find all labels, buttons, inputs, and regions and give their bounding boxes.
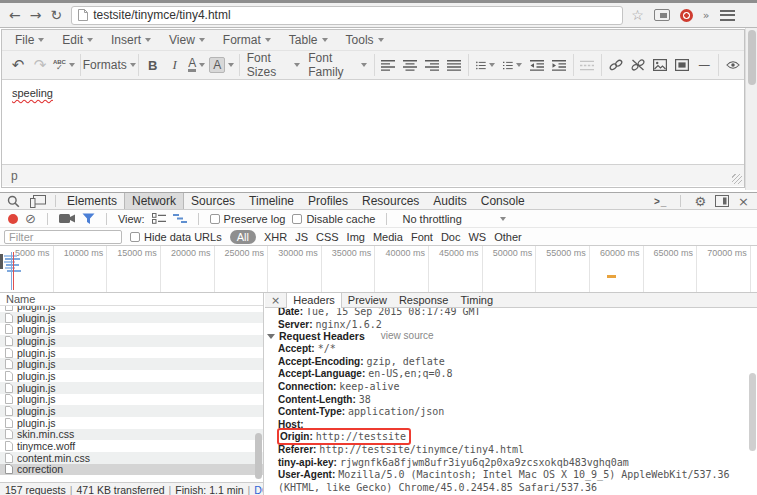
tab-audits[interactable]: Audits xyxy=(426,193,473,209)
request-row[interactable]: plugin.js xyxy=(0,382,263,394)
detail-scrollbar-thumb[interactable] xyxy=(749,373,756,451)
text-color-button[interactable]: A xyxy=(186,53,208,77)
network-overview-timeline[interactable]: 5000 ms 10000 ms 15000 ms 20000 ms 25000… xyxy=(0,246,757,293)
redo-button[interactable]: ↷ xyxy=(29,53,51,77)
view-waterfall-icon[interactable] xyxy=(173,213,187,224)
tab-profiles[interactable]: Profiles xyxy=(301,193,355,209)
clear-button[interactable]: ⊘ xyxy=(25,214,36,224)
back-icon[interactable]: ← xyxy=(9,7,21,23)
filter-type-js[interactable]: JS xyxy=(295,231,308,243)
menu-view[interactable]: View xyxy=(160,31,214,49)
menu-table[interactable]: Table xyxy=(280,31,337,49)
filter-type-font[interactable]: Font xyxy=(411,231,433,243)
tab-preview[interactable]: Preview xyxy=(342,293,393,308)
horizontal-rule-button[interactable]: — xyxy=(693,53,715,77)
remove-link-button[interactable] xyxy=(627,53,649,77)
record-button[interactable] xyxy=(8,214,18,224)
filter-funnel-icon[interactable] xyxy=(82,213,95,225)
tab-headers[interactable]: Headers xyxy=(286,293,342,308)
tab-elements[interactable]: Elements xyxy=(60,193,124,209)
forward-icon[interactable]: → xyxy=(30,7,42,23)
address-bar[interactable]: testsite/tinymce/tiny4.html xyxy=(71,6,623,25)
request-row[interactable]: plugin.js xyxy=(0,405,263,417)
tab-network[interactable]: Network xyxy=(124,193,184,209)
page-break-button[interactable] xyxy=(576,53,598,77)
request-row[interactable]: plugin.js xyxy=(0,358,263,370)
tab-timeline[interactable]: Timeline xyxy=(242,193,301,209)
formats-dropdown[interactable]: Formats xyxy=(84,53,135,77)
bold-button[interactable]: B xyxy=(142,53,164,77)
console-drawer-icon[interactable]: >_ xyxy=(654,196,667,207)
request-row-selected[interactable]: correction xyxy=(0,464,263,476)
request-headers-section[interactable]: Request Headersview source xyxy=(265,330,757,342)
insert-media-button[interactable] xyxy=(671,53,693,77)
filter-type-css[interactable]: CSS xyxy=(316,231,339,243)
checkbox-icon[interactable] xyxy=(130,232,140,242)
tab-timing[interactable]: Timing xyxy=(454,293,499,308)
preserve-log-checkbox[interactable]: Preserve log xyxy=(210,213,286,225)
menu-format[interactable]: Format xyxy=(214,31,280,49)
request-row[interactable]: plugin.js xyxy=(0,370,263,382)
view-list-icon[interactable] xyxy=(152,213,166,224)
filmstrip-camera-icon[interactable] xyxy=(59,213,75,224)
filter-type-media[interactable]: Media xyxy=(373,231,403,243)
request-row[interactable]: plugin.js xyxy=(0,394,263,406)
close-detail-icon[interactable]: × xyxy=(265,294,286,307)
editor-content-area[interactable]: speeling xyxy=(2,80,744,164)
requests-scrollbar-thumb[interactable] xyxy=(255,433,262,479)
close-devtools-icon[interactable]: × xyxy=(738,194,749,209)
filter-type-ws[interactable]: WS xyxy=(468,231,486,243)
dock-side-icon[interactable] xyxy=(715,195,729,207)
request-row[interactable]: plugin.js xyxy=(0,347,263,359)
reload-icon[interactable]: ↻ xyxy=(50,7,62,23)
font-family-dropdown[interactable]: Font Family xyxy=(304,53,370,77)
filter-input[interactable] xyxy=(4,230,122,244)
background-color-button[interactable]: A xyxy=(208,53,236,77)
font-sizes-dropdown[interactable]: Font Sizes xyxy=(243,53,304,77)
menu-edit[interactable]: Edit xyxy=(53,31,102,49)
indent-button[interactable] xyxy=(548,53,570,77)
overflow-icon[interactable]: » xyxy=(703,9,710,22)
tab-response[interactable]: Response xyxy=(393,293,455,308)
italic-button[interactable]: I xyxy=(164,53,186,77)
settings-gear-icon[interactable]: ⚙ xyxy=(694,194,706,209)
extension-record-icon[interactable] xyxy=(680,9,693,22)
align-center-button[interactable] xyxy=(399,53,421,77)
name-column-header[interactable]: Name xyxy=(0,293,263,306)
menu-insert[interactable]: Insert xyxy=(102,31,160,49)
checkbox-icon[interactable] xyxy=(210,214,220,224)
align-left-button[interactable] xyxy=(377,53,399,77)
page-scrollbar-thumb[interactable] xyxy=(748,30,756,85)
tab-console[interactable]: Console xyxy=(474,193,532,209)
device-toolbar-icon[interactable] xyxy=(25,193,51,209)
filter-type-img[interactable]: Img xyxy=(347,231,365,243)
tab-sources[interactable]: Sources xyxy=(184,193,242,209)
search-icon[interactable] xyxy=(0,193,25,209)
element-path[interactable]: p xyxy=(11,169,18,183)
menu-tools[interactable]: Tools xyxy=(337,31,393,49)
outdent-button[interactable] xyxy=(526,53,548,77)
spellcheck-button[interactable]: ABC✓ xyxy=(51,53,77,77)
url-text[interactable]: testsite/tinymce/tiny4.html xyxy=(93,8,230,22)
numbered-list-button[interactable] xyxy=(499,53,526,77)
throttling-dropdown[interactable]: No throttling xyxy=(402,213,505,225)
view-source-link[interactable]: view source xyxy=(381,330,434,342)
filter-type-other[interactable]: Other xyxy=(494,231,522,243)
filter-type-xhr[interactable]: XHR xyxy=(264,231,287,243)
request-row[interactable]: skin.min.css xyxy=(0,429,263,441)
bullet-list-button[interactable] xyxy=(472,53,499,77)
align-right-button[interactable] xyxy=(421,53,443,77)
align-justify-button[interactable] xyxy=(443,53,465,77)
menu-file[interactable]: File xyxy=(6,31,53,49)
bookmark-star-icon[interactable]: ☆ xyxy=(631,7,644,23)
chrome-menu-icon[interactable] xyxy=(720,10,735,21)
filter-type-doc[interactable]: Doc xyxy=(441,231,461,243)
insert-link-button[interactable] xyxy=(605,53,627,77)
undo-button[interactable]: ↶ xyxy=(7,53,29,77)
misspelled-word[interactable]: speeling xyxy=(12,87,53,99)
request-row[interactable]: tinymce.woff xyxy=(0,440,263,452)
page-scrollbar[interactable] xyxy=(745,28,757,190)
request-row[interactable]: plugin.js xyxy=(0,417,263,429)
hide-data-urls-checkbox[interactable]: Hide data URLs xyxy=(130,231,222,243)
request-row[interactable]: plugin.js xyxy=(0,335,263,347)
